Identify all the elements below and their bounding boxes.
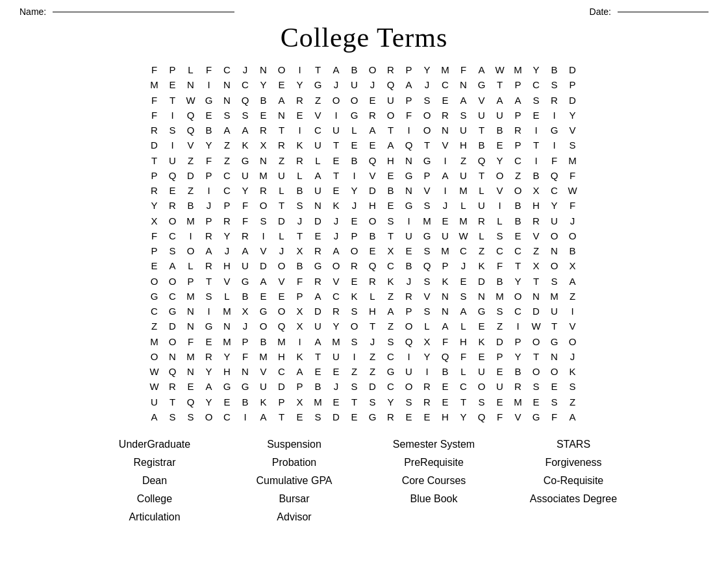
grid-cell: E xyxy=(164,77,182,92)
grid-cell: I xyxy=(401,123,419,138)
grid-cell: C xyxy=(219,168,237,183)
grid-cell: P xyxy=(182,274,201,289)
grid-cell: L xyxy=(455,198,473,213)
grid-cell: N xyxy=(528,289,546,304)
grid-cell: E xyxy=(383,198,401,213)
grid-row: ZDNGNJOQXUYOTZOLALEZIWTV xyxy=(146,319,583,334)
grid-cell: X xyxy=(146,213,164,228)
grid-cell: T xyxy=(528,138,546,152)
grid-cell: R xyxy=(437,108,455,123)
grid-cell: K xyxy=(383,274,401,289)
grid-cell: N xyxy=(237,364,255,379)
grid-cell: T xyxy=(455,395,473,409)
grid-cell: E xyxy=(310,228,328,243)
grid-cell: R xyxy=(383,62,401,77)
grid-cell: G xyxy=(201,319,219,334)
grid-cell: L xyxy=(492,213,510,228)
grid-cell: C xyxy=(383,349,401,364)
grid-cell: K xyxy=(237,138,255,152)
grid-cell: F xyxy=(401,108,419,123)
grid-cell: J xyxy=(273,243,292,258)
grid-cell: I xyxy=(201,304,219,319)
grid-cell: E xyxy=(164,183,182,198)
grid-cell: J xyxy=(364,334,383,349)
grid-cell: Z xyxy=(182,153,201,168)
grid-cell: K xyxy=(346,289,364,304)
grid-cell: A xyxy=(255,409,273,424)
grid-cell: G xyxy=(546,123,564,138)
grid-cell: B xyxy=(237,395,255,409)
grid-cell: C xyxy=(455,243,473,258)
grid-cell: D xyxy=(182,168,201,183)
grid-cell: H xyxy=(455,138,473,152)
grid-cell: R xyxy=(310,243,328,258)
grid-cell: I xyxy=(255,228,273,243)
grid-cell: J xyxy=(401,274,419,289)
grid-cell: F xyxy=(292,274,310,289)
grid-cell: P xyxy=(401,62,419,77)
grid-cell: B xyxy=(473,138,492,152)
grid-cell: P xyxy=(492,349,510,364)
grid-cell: T xyxy=(346,395,364,409)
grid-cell: N xyxy=(164,349,182,364)
grid-cell: Z xyxy=(364,349,383,364)
grid-cell: V xyxy=(219,274,237,289)
grid-cell: E xyxy=(455,274,473,289)
grid-cell: J xyxy=(237,62,255,77)
grid-cell: A xyxy=(328,62,346,77)
grid-cell: S xyxy=(419,274,437,289)
grid-cell: C xyxy=(164,289,182,304)
grid-cell: X xyxy=(528,258,546,273)
grid-cell: A xyxy=(201,379,219,394)
grid-cell: O xyxy=(401,379,419,394)
grid-row: REZICYRLBUEYDBNVIMLVOXCW xyxy=(146,183,583,198)
name-label: Name: xyxy=(19,6,46,17)
grid-cell: A xyxy=(437,168,455,183)
grid-cell: O xyxy=(419,108,437,123)
grid-cell: U xyxy=(328,349,346,364)
grid-cell: N xyxy=(401,183,419,198)
grid-cell: E xyxy=(364,243,383,258)
grid-cell: S xyxy=(455,108,473,123)
grid-cell: E xyxy=(473,319,492,334)
grid-cell: N xyxy=(437,289,455,304)
grid-cell: V xyxy=(310,108,328,123)
grid-cell: Q xyxy=(401,334,419,349)
grid-cell: G xyxy=(255,304,273,319)
grid-cell: W xyxy=(455,228,473,243)
grid-cell: F xyxy=(237,198,255,213)
grid-cell: A xyxy=(310,334,328,349)
grid-cell: P xyxy=(201,168,219,183)
grid-cell: I xyxy=(182,228,201,243)
grid-row: FCIRYRILTEJPBTUGUWLSEVOO xyxy=(146,228,583,243)
grid-cell: T xyxy=(164,93,182,108)
grid-cell: N xyxy=(473,289,492,304)
grid-cell: Y xyxy=(201,395,219,409)
grid-cell: E xyxy=(346,138,364,152)
grid-cell: I xyxy=(201,183,219,198)
grid-cell: P xyxy=(564,77,583,92)
grid-cell: P xyxy=(510,108,528,123)
grid-cell: P xyxy=(292,289,310,304)
grid-cell: Z xyxy=(510,168,528,183)
grid-cell: F xyxy=(146,108,164,123)
grid-cell: R xyxy=(328,304,346,319)
grid-cell: E xyxy=(346,274,364,289)
grid-cell: P xyxy=(164,62,182,77)
grid-cell: M xyxy=(437,243,455,258)
grid-cell: A xyxy=(146,409,164,424)
grid-cell: G xyxy=(310,77,328,92)
grid-cell: Y xyxy=(528,62,546,77)
grid-cell: O xyxy=(164,334,182,349)
grid-cell: X xyxy=(292,243,310,258)
grid-cell: Y xyxy=(255,77,273,92)
grid-row: MOFEMPBMIAMSJSQXFHKDPOGO xyxy=(146,334,583,349)
grid-cell: Y xyxy=(564,108,583,123)
grid-cell: O xyxy=(364,213,383,228)
grid-cell: T xyxy=(473,168,492,183)
grid-cell: B xyxy=(492,123,510,138)
grid-cell: S xyxy=(219,108,237,123)
grid-cell: K xyxy=(473,334,492,349)
grid-cell: A xyxy=(473,62,492,77)
grid-cell: G xyxy=(383,364,401,379)
